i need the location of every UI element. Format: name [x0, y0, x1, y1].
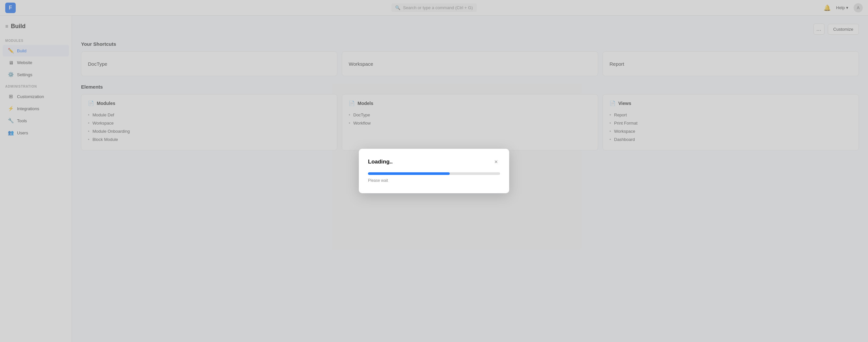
modal-overlay: Loading.. × Please wait: [0, 0, 868, 342]
modal-close-button[interactable]: ×: [492, 158, 500, 166]
progress-label: Please wait: [368, 178, 500, 183]
progress-bar-fill: [368, 172, 450, 175]
loading-modal: Loading.. × Please wait: [359, 149, 509, 193]
modal-header: Loading.. ×: [368, 158, 500, 166]
modal-title: Loading..: [368, 159, 393, 165]
progress-bar-background: [368, 172, 500, 175]
